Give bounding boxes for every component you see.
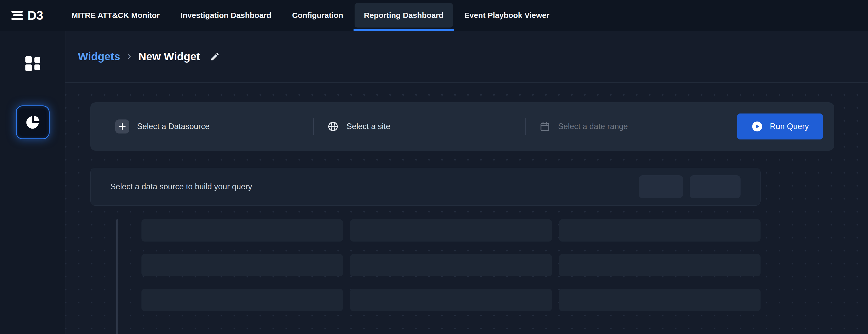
run-query-button[interactable]: Run Query [737,114,823,140]
site-selector[interactable]: Select a site [314,121,525,132]
main-area: Widgets › New Widget Select a D [65,31,868,334]
skeleton-bar [350,219,552,242]
breadcrumb: Widgets › New Widget [65,31,868,83]
pie-chart-icon [24,114,41,131]
skeleton-bar [142,254,343,276]
query-toolbar: Select a Datasource Select a site [90,102,834,151]
date-range-selector[interactable]: Select a date range [526,121,737,132]
nav-event-playbook-viewer[interactable]: Event Playbook Viewer [454,0,560,31]
play-icon [751,121,763,132]
nav-investigation-dashboard[interactable]: Investigation Dashboard [170,0,282,31]
results-skeleton [90,219,834,334]
datasource-selector-label: Select a Datasource [137,122,210,131]
skeleton-axis-bar [116,219,118,334]
nav-reporting-dashboard[interactable]: Reporting Dashboard [353,0,454,31]
nav-label: Event Playbook Viewer [464,11,550,20]
sidebar-item-dashboards[interactable] [16,47,50,81]
edit-title-button[interactable] [210,52,220,62]
datasource-selector[interactable]: Select a Datasource [102,119,313,133]
skeleton-bar [350,254,552,276]
skeleton-pill [690,175,741,198]
skeleton-bar [350,289,552,311]
skeleton-bar [559,219,761,242]
sidebar-item-widgets[interactable] [16,105,50,139]
d3-logo[interactable]: D3 [10,0,43,31]
nav-mitre-attack-monitor[interactable]: MITRE ATT&CK Monitor [61,0,170,31]
nav-configuration[interactable]: Configuration [282,0,353,31]
skeleton-grid [142,219,761,311]
skeleton-bar [559,254,761,276]
page-title: New Widget [138,50,200,63]
left-sidebar [0,31,65,334]
run-query-label: Run Query [770,122,809,131]
pencil-icon [210,52,220,62]
app-shell: Widgets › New Widget Select a D [0,31,868,334]
site-selector-label: Select a site [346,122,391,131]
skeleton-pill [639,175,683,198]
dashboard-grid-icon [23,54,42,73]
builder-empty-state: Select a data source to build your query [90,168,761,206]
d3-logo-icon [10,10,24,21]
logo-text: D3 [28,8,43,23]
add-datasource-icon-wrap [115,119,129,133]
skeleton-bar [142,289,343,311]
nav-label: Reporting Dashboard [364,11,444,20]
widget-builder-canvas: Select a Datasource Select a site [65,83,868,334]
nav-label: Investigation Dashboard [180,11,271,20]
skeleton-bar [559,289,761,311]
nav-label: Configuration [292,11,343,20]
calendar-icon [539,121,550,132]
breadcrumb-separator: › [127,50,131,62]
top-navbar: D3 MITRE ATT&CK Monitor Investigation Da… [0,0,868,31]
plus-icon [118,122,126,131]
builder-empty-message: Select a data source to build your query [110,182,252,191]
globe-icon [327,121,339,132]
nav-label: MITRE ATT&CK Monitor [71,11,160,20]
skeleton-bar [142,219,343,242]
main-nav: MITRE ATT&CK Monitor Investigation Dashb… [61,0,560,31]
date-range-placeholder: Select a date range [558,122,628,131]
breadcrumb-widgets-link[interactable]: Widgets [78,50,120,63]
